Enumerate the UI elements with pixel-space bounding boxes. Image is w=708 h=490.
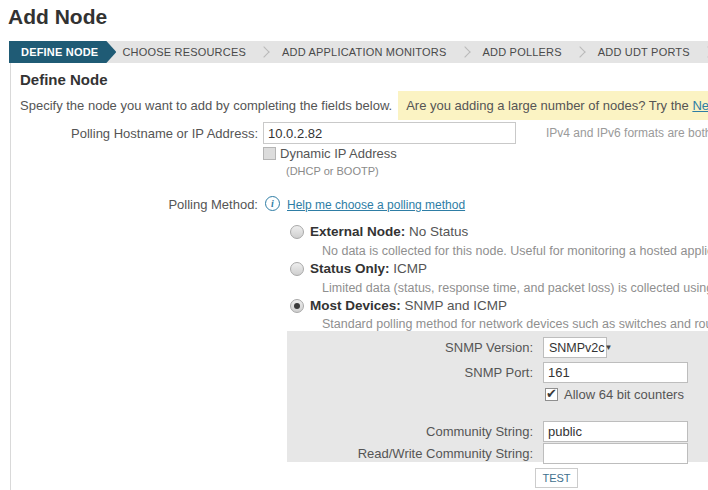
status-only-title[interactable]: Status Only: ICMP [310, 261, 427, 276]
most-devices-subtitle: SNMP and ICMP [401, 298, 507, 313]
status-only-description: Limited data (status, response time, and… [322, 281, 708, 295]
snmp-version-value: SNMPv2c [549, 341, 605, 355]
test-button[interactable]: TEST [535, 468, 578, 488]
community-string-label: Community String: [287, 424, 533, 439]
status-only-subtitle: ICMP [390, 261, 428, 276]
external-node-title[interactable]: External Node: No Status [310, 224, 468, 239]
snmp-version-select[interactable]: SNMPv2c ▼ [543, 337, 607, 358]
hostname-input[interactable] [263, 122, 516, 144]
hostname-hint: IPv4 and IPv6 formats are both vali [546, 126, 708, 140]
dynamic-ip-checkbox[interactable] [263, 147, 276, 160]
bulk-add-highlight: Are you adding a large number of nodes? … [398, 91, 708, 120]
info-icon: i [265, 196, 280, 211]
external-node-radio[interactable] [290, 225, 304, 239]
most-devices-description: Standard polling method for network devi… [322, 317, 708, 331]
intro-text-row: Specify the node you want to add by comp… [20, 91, 708, 120]
rw-community-string-input[interactable] [543, 443, 688, 464]
wizard-step-bar: DEFINE NODE CHOOSE RESOURCES ADD APPLICA… [9, 41, 708, 63]
snmp-port-label: SNMP Port: [287, 365, 533, 380]
dynamic-ip-label[interactable]: Dynamic IP Address [280, 146, 397, 161]
most-devices-title-bold: Most Devices: [310, 298, 401, 313]
section-heading: Define Node [20, 71, 108, 88]
chevron-right-icon [459, 46, 470, 57]
snmp-port-input[interactable] [543, 362, 688, 383]
page-title: Add Node [8, 5, 107, 29]
external-node-subtitle: No Status [405, 224, 468, 239]
snmp-settings-panel: SNMP Version: SNMPv2c ▼ SNMP Port: Allow… [287, 331, 708, 462]
community-string-input[interactable] [543, 421, 688, 442]
dropdown-arrow-icon: ▼ [605, 343, 613, 352]
wizard-step-add-application-monitors[interactable]: ADD APPLICATION MONITORS [276, 46, 453, 58]
chevron-right-icon [258, 46, 269, 57]
allow-64bit-counters-checkbox[interactable] [545, 388, 558, 401]
wizard-step-add-pollers[interactable]: ADD POLLERS [477, 46, 568, 58]
external-node-title-bold: External Node: [310, 224, 405, 239]
polling-method-help-link[interactable]: Help me choose a polling method [287, 198, 465, 212]
highlight-text: Are you adding a large number of nodes? … [406, 98, 692, 113]
hostname-label: Polling Hostname or IP Address: [10, 126, 258, 141]
snmp-version-label: SNMP Version: [287, 340, 533, 355]
polling-method-label: Polling Method: [10, 197, 258, 212]
wizard-step-add-udt-ports[interactable]: ADD UDT PORTS [592, 46, 696, 58]
dynamic-ip-sublabel: (DHCP or BOOTP) [286, 165, 379, 177]
rw-community-string-label: Read/Write Community String: [287, 446, 533, 461]
intro-text: Specify the node you want to add by comp… [20, 98, 392, 113]
add-node-page: Add Node DEFINE NODE CHOOSE RESOURCES AD… [0, 0, 708, 490]
network-sonar-link[interactable]: Network [692, 98, 708, 113]
status-only-title-bold: Status Only: [310, 261, 390, 276]
status-only-radio[interactable] [290, 262, 304, 276]
most-devices-title[interactable]: Most Devices: SNMP and ICMP [310, 298, 507, 313]
chevron-right-icon [574, 46, 585, 57]
chevron-right-icon [702, 46, 708, 57]
allow-64bit-counters-label[interactable]: Allow 64 bit counters [564, 387, 684, 402]
most-devices-radio[interactable] [290, 299, 304, 313]
wizard-step-choose-resources[interactable]: CHOOSE RESOURCES [116, 46, 252, 58]
wizard-step-define-node[interactable]: DEFINE NODE [9, 41, 116, 63]
external-node-description: No data is collected for this node. Usef… [322, 244, 708, 258]
